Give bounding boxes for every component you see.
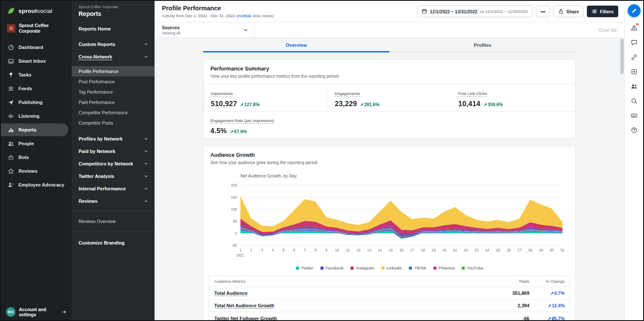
svg-text:28: 28 bbox=[528, 248, 532, 252]
reports-nav-tag-performance[interactable]: Tag Performance bbox=[72, 87, 155, 97]
multiple-timezones-link[interactable]: multiple bbox=[237, 13, 252, 18]
tool-people[interactable] bbox=[625, 79, 644, 94]
sidebar-item-bots[interactable]: Bots bbox=[1, 151, 68, 164]
sources-dropdown[interactable]: Sources Viewing all bbox=[155, 22, 254, 37]
account-switcher[interactable]: Sprout Coffee Corporate bbox=[1, 18, 72, 39]
filters-button[interactable]: Filters bbox=[587, 6, 618, 17]
listening-icon bbox=[8, 113, 14, 119]
tool-chat[interactable] bbox=[625, 35, 644, 50]
chevron-down-icon bbox=[243, 27, 249, 33]
metric-link[interactable]: Total Net Audience Growth bbox=[214, 303, 469, 308]
legend-youtube[interactable]: YouTube bbox=[462, 266, 483, 270]
metric-label[interactable]: Engagements bbox=[335, 91, 360, 97]
legend-instagram[interactable]: Instagram bbox=[350, 266, 374, 270]
sidebar-item-smart-inbox[interactable]: Smart Inbox bbox=[1, 55, 68, 67]
reports-nav-reviews-overview[interactable]: Reviews Overview bbox=[72, 214, 155, 228]
link-icon bbox=[631, 54, 638, 61]
sidebar-title: Reports bbox=[79, 10, 148, 17]
more-options-button[interactable]: ••• bbox=[536, 6, 550, 17]
reports-nav-internal-performance[interactable]: Internal Performance bbox=[72, 182, 155, 195]
sidebar-item-people[interactable]: People bbox=[1, 137, 68, 150]
legend-pinterest[interactable]: Pinterest bbox=[433, 266, 455, 270]
app-logo[interactable]: sproutsocial bbox=[1, 1, 72, 18]
reports-nav-competitors-by-network[interactable]: Competitors by Network bbox=[72, 157, 155, 170]
reports-nav-profiles-by-network[interactable]: Profiles by Network bbox=[72, 132, 155, 145]
svg-text:31: 31 bbox=[560, 248, 565, 252]
sidebar-item-employee-advocacy[interactable]: Employee Advocacy bbox=[1, 178, 68, 191]
reports-nav-cross-network[interactable]: Cross-Network bbox=[72, 50, 155, 63]
legend-dot bbox=[296, 266, 299, 270]
date-range-button[interactable]: 12/1/2022 – 12/31/2022 vs 11/1/2022 – 11… bbox=[417, 6, 532, 17]
audience-metrics-table: Audience Metrics Totals % Change Total A… bbox=[209, 275, 570, 320]
sidebar-item-tasks[interactable]: Tasks bbox=[1, 68, 68, 81]
scrollbar[interactable] bbox=[620, 39, 624, 319]
legend-twitter[interactable]: Twitter bbox=[296, 266, 313, 270]
legend-facebook[interactable]: Facebook bbox=[320, 266, 344, 270]
reports-nav-profile-performance[interactable]: Profile Performance bbox=[72, 66, 155, 76]
svg-text:10: 10 bbox=[335, 248, 339, 252]
svg-text:DEC: DEC bbox=[237, 253, 244, 257]
report-tabs: OverviewProfiles bbox=[203, 38, 576, 52]
notification-dot bbox=[636, 23, 638, 25]
sidebar-item-dashboard[interactable]: Dashboard bbox=[1, 41, 68, 54]
card-title: Audience Growth bbox=[210, 152, 568, 158]
table-row-total-audience: Total Audience 351,869 0.7% bbox=[209, 287, 570, 300]
sidebar-item-reviews[interactable]: Reviews bbox=[1, 165, 68, 177]
primary-sidebar: sproutsocial Sprout Coffee Corporate Das… bbox=[1, 1, 72, 320]
reports-nav-paid-by-network[interactable]: Paid by Network bbox=[72, 145, 155, 157]
advocacy-icon bbox=[8, 182, 14, 188]
metric-total: 351,869 bbox=[469, 290, 529, 296]
clear-all-button[interactable]: Clear All bbox=[598, 28, 617, 33]
share-button[interactable]: Share bbox=[553, 6, 583, 17]
tool-search[interactable] bbox=[625, 94, 644, 108]
svg-text:3: 3 bbox=[261, 248, 263, 252]
calendar-icon bbox=[422, 9, 427, 14]
metric-change: 67.9% bbox=[230, 129, 247, 134]
reports-nav-customize-branding[interactable]: Customize Branding bbox=[72, 235, 155, 250]
reports-nav-custom-reports[interactable]: Custom Reports bbox=[72, 38, 155, 50]
svg-text:24: 24 bbox=[485, 248, 489, 252]
tool-keyboard[interactable] bbox=[625, 108, 644, 123]
reports-nav-twitter-analysis[interactable]: Twitter Analysis bbox=[72, 170, 155, 182]
legend-dot bbox=[350, 266, 354, 270]
svg-text:7: 7 bbox=[304, 248, 306, 252]
svg-text:50: 50 bbox=[233, 219, 237, 223]
account-settings[interactable]: BS Account and settings bbox=[1, 307, 72, 317]
metric-link[interactable]: Twitter Net Follower Growth bbox=[214, 316, 469, 321]
card-subtitle: See how your audience grew during the re… bbox=[210, 160, 568, 165]
sidebar-item-feeds[interactable]: Feeds bbox=[1, 82, 68, 95]
reports-nav-competitor-posts[interactable]: Competitor Posts bbox=[72, 118, 155, 128]
app-window: sproutsocial Sprout Coffee Corporate Das… bbox=[0, 0, 644, 321]
add-icon bbox=[631, 68, 638, 75]
compose-button[interactable] bbox=[628, 4, 641, 17]
metric-link[interactable]: Total Audience bbox=[214, 290, 469, 296]
svg-text:100: 100 bbox=[231, 207, 237, 211]
sidebar-item-publishing[interactable]: Publishing bbox=[1, 96, 68, 109]
chevron-down-icon bbox=[143, 174, 149, 179]
scrollbar-thumb[interactable] bbox=[620, 39, 624, 74]
tool-add[interactable] bbox=[625, 64, 644, 79]
tab-profiles[interactable]: Profiles bbox=[389, 38, 576, 52]
tab-overview[interactable]: Overview bbox=[203, 38, 389, 52]
metric-label[interactable]: Post Link Clicks bbox=[458, 91, 487, 97]
reports-nav-reviews[interactable]: Reviews bbox=[72, 195, 155, 207]
reports-nav-post-performance[interactable]: Post Performance bbox=[72, 76, 155, 87]
reports-nav-competitor-performance[interactable]: Competitor Performance bbox=[72, 107, 155, 118]
bot-icon bbox=[8, 154, 14, 161]
metric-label[interactable]: Impressions bbox=[211, 91, 233, 97]
people-icon bbox=[8, 141, 14, 147]
tool-help[interactable] bbox=[625, 123, 644, 138]
metric-value: 10,414 bbox=[458, 100, 480, 108]
tool-alert[interactable] bbox=[625, 21, 644, 35]
sidebar-item-listening[interactable]: Listening bbox=[1, 110, 68, 122]
sidebar-item-reports[interactable]: Reports bbox=[1, 123, 68, 136]
metric-label[interactable]: Engagement Rate (per Impression) bbox=[210, 118, 274, 124]
legend-linkedin[interactable]: LinkedIn bbox=[381, 266, 402, 270]
reports-nav-reports-home[interactable]: Reports Home bbox=[72, 21, 155, 36]
legend-tiktok[interactable]: TikTok bbox=[409, 266, 426, 270]
tool-link[interactable] bbox=[625, 50, 644, 64]
svg-text:18: 18 bbox=[421, 248, 425, 252]
reports-nav-paid-performance[interactable]: Paid Performance bbox=[72, 97, 155, 107]
svg-text:21: 21 bbox=[453, 248, 457, 252]
divider bbox=[72, 211, 155, 211]
